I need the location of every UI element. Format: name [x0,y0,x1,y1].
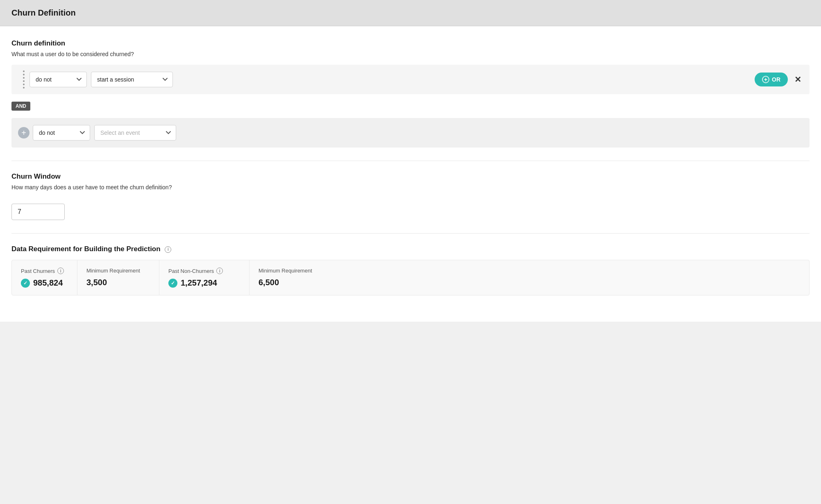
dot [23,87,25,89]
min-req-churners-value: 3,500 [86,278,150,287]
past-non-churners-info-icon[interactable]: i [216,268,223,274]
churn-definition-description: What must a user do to be considered chu… [11,51,810,57]
condition-row-1: do not do start a session perform an eve… [11,65,810,94]
past-non-churners-check-icon: ✓ [168,279,177,288]
title-bar: Churn Definition [0,0,821,26]
past-churners-value: ✓ 985,824 [21,278,68,288]
dot [23,84,25,85]
past-churners-cell: Past Churners i ✓ 985,824 [12,260,77,295]
close-row-1-button[interactable]: ✕ [793,73,803,86]
data-requirement-grid: Past Churners i ✓ 985,824 Minimum Requir… [11,260,810,295]
or-button-label: OR [772,76,780,83]
churn-definition-title: Churn definition [11,39,810,48]
churn-window-section: Churn Window How many days does a user h… [11,173,810,220]
action-select-2[interactable]: do not do [33,125,90,141]
dot [23,80,25,82]
dot [23,77,25,79]
or-button[interactable]: + OR [755,73,788,86]
data-requirement-section: Data Requirement for Building the Predic… [11,245,810,295]
past-churners-label: Past Churners i [21,268,68,274]
page-title: Churn Definition [11,8,810,18]
min-req-churners-cell: Minimum Requirement 3,500 [77,260,159,295]
min-req-non-churners-cell: Minimum Requirement 6,500 [249,260,331,295]
churn-window-description: How many days does a user have to meet t… [11,184,810,191]
main-content: Churn definition What must a user do to … [0,26,821,322]
divider-1 [11,161,810,161]
min-req-churners-label: Minimum Requirement [86,268,150,274]
min-req-non-churners-label: Minimum Requirement [259,268,322,274]
churn-window-input[interactable] [11,204,65,220]
divider-2 [11,233,810,234]
min-req-non-churners-value: 6,500 [259,278,322,287]
dot [23,74,25,75]
dot [23,70,25,72]
and-connector: AND [11,102,30,111]
and-connector-area: AND [11,97,810,116]
past-churners-check-icon: ✓ [21,279,30,288]
add-button-2[interactable]: + [18,127,29,138]
data-requirement-info-icon[interactable]: i [165,246,171,253]
past-non-churners-label: Past Non-Churners i [168,268,240,274]
churn-window-title: Churn Window [11,173,810,181]
past-non-churners-cell: Past Non-Churners i ✓ 1,257,294 [159,260,249,295]
add-handle-2[interactable]: + [18,124,29,142]
drag-handle-1[interactable] [18,70,29,89]
condition-row-2: + do not do Select an event start a sess… [11,118,810,148]
event-select-2[interactable]: Select an event start a session perform … [94,125,176,141]
data-requirement-title: Data Requirement for Building the Predic… [11,245,810,253]
past-non-churners-value: ✓ 1,257,294 [168,278,240,288]
event-select-1[interactable]: start a session perform an event view a … [91,72,173,87]
plus-circle-icon: + [762,76,769,83]
past-churners-info-icon[interactable]: i [57,268,64,274]
action-select-1[interactable]: do not do [29,72,87,87]
churn-definition-section: Churn definition What must a user do to … [11,39,810,148]
